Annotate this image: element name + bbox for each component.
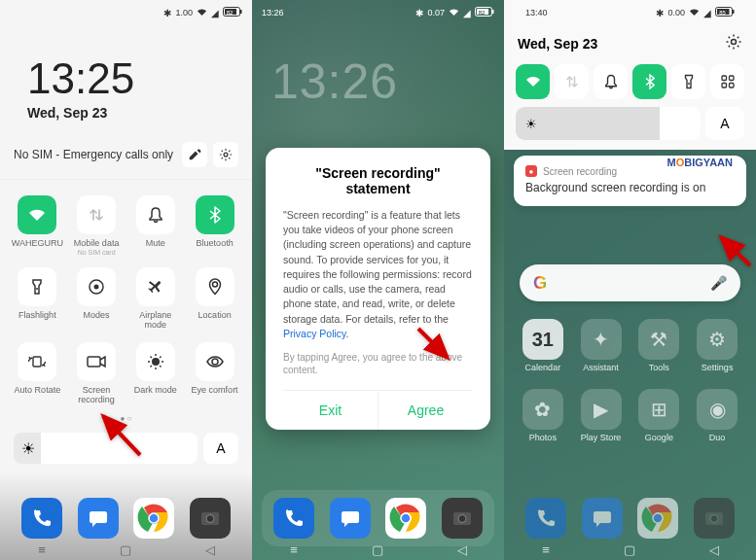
tile-mute[interactable] xyxy=(594,64,628,99)
dock-messages[interactable] xyxy=(78,498,119,539)
tile-auto-rotate[interactable]: Auto Rotate xyxy=(8,338,67,409)
tile-screen-recording[interactable]: Screen recording xyxy=(67,338,126,409)
app-tools[interactable]: ⚒Tools xyxy=(638,319,679,372)
signal-icon: ◢ xyxy=(703,8,711,18)
dock-chrome[interactable] xyxy=(385,498,426,539)
status-bar: 13:26 ✱ 0.07 ◢ 82 xyxy=(252,0,504,25)
bell-icon xyxy=(136,195,175,234)
dock-phone[interactable] xyxy=(525,498,566,539)
wifi-icon xyxy=(449,8,459,18)
agree-button[interactable]: Agree xyxy=(378,391,473,430)
svg-text:82: 82 xyxy=(479,10,486,16)
eye-icon xyxy=(196,342,234,381)
nav-recent[interactable]: ≡ xyxy=(33,543,51,555)
record-badge-icon: ● xyxy=(525,165,537,177)
screen-recording-dialog: "Screen recording" statement "Screen rec… xyxy=(266,148,490,430)
mic-icon[interactable]: 🎤 xyxy=(710,275,727,291)
dock xyxy=(504,498,756,539)
dock-phone[interactable] xyxy=(21,498,62,539)
dock-chrome[interactable] xyxy=(637,498,678,539)
net-speed: 0.07 xyxy=(427,8,445,18)
sim-status-text: No SIM - Emergency calls only xyxy=(14,148,173,161)
panel-date: Wed, Sep 23 xyxy=(518,36,597,52)
svg-rect-8 xyxy=(88,357,100,367)
clock-time: 13:25 xyxy=(27,54,252,103)
settings-button[interactable] xyxy=(725,33,742,54)
app-assistant[interactable]: ✦Assistant xyxy=(581,319,622,372)
google-search-widget[interactable]: G 🎤 xyxy=(520,264,740,301)
recording-notification[interactable]: MOBIGYAAN ● Screen recording Background … xyxy=(514,156,746,206)
dock-camera[interactable] xyxy=(190,498,231,539)
tile-mute[interactable]: Mute xyxy=(126,192,186,260)
svg-text:82: 82 xyxy=(227,10,234,16)
dock-messages[interactable] xyxy=(582,498,623,539)
nav-back[interactable]: ◁ xyxy=(453,543,471,555)
svg-rect-31 xyxy=(729,76,734,81)
app-settings[interactable]: ⚙Settings xyxy=(697,319,738,372)
tile-airplane[interactable]: Airplane mode xyxy=(126,263,186,334)
annotation-arrow-3 xyxy=(713,231,756,274)
phone-2-dialog: 13:26 ✱ 0.07 ◢ 82 13:26 "Screen recordin… xyxy=(252,0,504,560)
tile-location[interactable]: Location xyxy=(185,263,244,334)
status-time: 13:26 xyxy=(262,8,284,18)
tile-bluetooth[interactable]: Bluetooth xyxy=(185,192,244,260)
app-photos[interactable]: ✿Photos xyxy=(522,389,563,442)
tile-dark-mode[interactable]: Dark mode xyxy=(126,338,186,409)
nav-back[interactable]: ◁ xyxy=(705,543,723,555)
app-playstore[interactable]: ▶Play Store xyxy=(581,389,622,442)
svg-line-24 xyxy=(418,329,448,358)
svg-point-37 xyxy=(710,515,718,523)
nav-home[interactable]: ▢ xyxy=(621,543,638,555)
brightness-row: ☀ A xyxy=(516,107,744,140)
dock-messages[interactable] xyxy=(330,498,371,539)
dock xyxy=(252,498,504,539)
status-time: 13:40 xyxy=(525,8,548,18)
tile-mobile-data[interactable]: Mobile data No SIM card xyxy=(67,192,126,260)
app-duo[interactable]: ◉Duo xyxy=(697,389,738,442)
app-calendar[interactable]: 31Calendar xyxy=(522,319,563,372)
tile-flashlight[interactable] xyxy=(671,64,705,99)
svg-point-14 xyxy=(206,515,214,523)
battery-icon: 82 xyxy=(223,7,242,18)
svg-text:85: 85 xyxy=(719,10,726,16)
watermark-brand: MOBIGYAAN xyxy=(666,156,735,169)
tile-mobile-data[interactable] xyxy=(555,64,589,99)
privacy-policy-link[interactable]: Privacy Policy xyxy=(283,328,346,339)
tile-modes[interactable]: Modes xyxy=(67,263,126,334)
auto-brightness-button[interactable]: A xyxy=(203,433,238,464)
edit-tiles-button[interactable] xyxy=(182,142,207,167)
dock-camera[interactable] xyxy=(694,498,735,539)
app-google[interactable]: ⊞Google xyxy=(638,389,679,442)
bluetooth-icon xyxy=(196,195,234,234)
wifi-icon xyxy=(197,8,207,18)
tile-flashlight[interactable]: Flashlight xyxy=(8,263,67,334)
tile-more[interactable] xyxy=(710,64,744,99)
svg-rect-33 xyxy=(729,84,734,88)
signal-icon: ◢ xyxy=(211,8,219,18)
brightness-slider[interactable]: ☀ xyxy=(516,107,701,140)
app-row-2: ✿Photos ▶Play Store ⊞Google ◉Duo xyxy=(504,389,756,442)
dock-phone[interactable] xyxy=(273,498,314,539)
tile-eye-comfort[interactable]: Eye comfort xyxy=(185,338,244,409)
nav-home[interactable]: ▢ xyxy=(369,543,386,555)
dock-camera[interactable] xyxy=(442,498,483,539)
modes-icon xyxy=(77,267,116,306)
tile-wifi[interactable]: WAHEGURU xyxy=(8,192,67,260)
nav-home[interactable]: ▢ xyxy=(117,543,134,555)
wifi-icon xyxy=(689,8,700,18)
dock-chrome[interactable] xyxy=(133,498,174,539)
exit-button[interactable]: Exit xyxy=(283,391,378,430)
status-bar: ✱ 1.00 ◢ 82 xyxy=(0,0,252,25)
net-speed: 0.00 xyxy=(667,8,685,18)
bluetooth-icon: ✱ xyxy=(415,8,423,18)
nav-recent[interactable]: ≡ xyxy=(285,543,303,555)
rotate-icon xyxy=(18,342,56,381)
nav-recent[interactable]: ≡ xyxy=(537,543,555,555)
settings-button[interactable] xyxy=(213,142,238,167)
tile-wifi[interactable] xyxy=(516,64,550,99)
nav-bar: ≡ ▢ ◁ xyxy=(252,539,504,560)
tile-bluetooth[interactable] xyxy=(632,64,666,99)
auto-brightness-button[interactable]: A xyxy=(705,107,744,140)
clock-date: Wed, Sep 23 xyxy=(27,105,252,121)
nav-back[interactable]: ◁ xyxy=(201,543,219,555)
